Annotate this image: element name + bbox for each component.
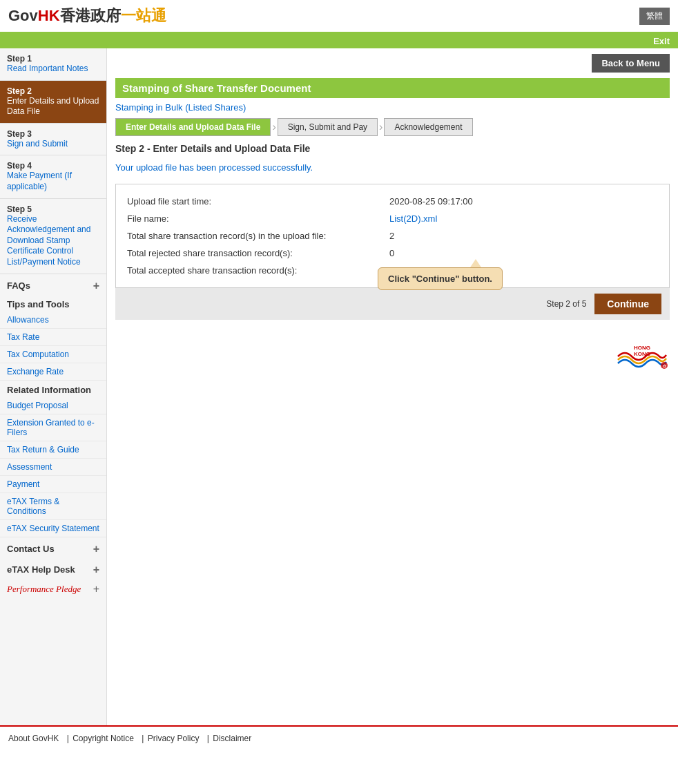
main-content: Back to Menu Stamping of Share Transfer … — [107, 48, 678, 381]
sidebar-step2[interactable]: Step 2 Enter Details and Upload Data Fil… — [0, 81, 106, 124]
perf-pledge-label: Performance Pledge — [7, 584, 81, 595]
contact-expand-icon: + — [93, 543, 99, 555]
footer-privacy[interactable]: Privacy Policy — [148, 734, 200, 743]
upload-start-value: 2020-08-25 09:17:00 — [389, 196, 473, 207]
sidebar-link-exchange-rate[interactable]: Exchange Rate — [0, 363, 106, 381]
perf-pledge-section[interactable]: Performance Pledge + — [0, 579, 106, 600]
rejected-row: Total rejected share transaction record(… — [127, 245, 658, 262]
bc-tab-acknowledgement-label: Acknowledgement — [394, 122, 462, 132]
sidebar-step4[interactable]: Step 4 Make Payment (If applicable) — [0, 155, 106, 198]
svg-text:KONG: KONG — [634, 351, 650, 357]
related-info-section: Related Information — [0, 381, 106, 397]
rejected-value: 0 — [389, 248, 394, 258]
sidebar-link-assessment[interactable]: Assessment — [0, 459, 106, 476]
total-records-label: Total share transaction record(s) in the… — [127, 231, 389, 241]
sidebar-step3[interactable]: Step 3 Sign and Submit — [0, 124, 106, 156]
bc-tab-acknowledgement: Acknowledgement — [384, 118, 472, 136]
contact-us-section[interactable]: Contact Us + — [0, 537, 106, 558]
tips-tools-label: Tips and Tools — [7, 299, 70, 309]
step1-label: Step 1 — [7, 54, 99, 64]
sidebar-step5[interactable]: Step 5 Receive Acknowledgement and Downl… — [0, 199, 106, 274]
sidebar-link-tax-rate[interactable]: Tax Rate — [0, 329, 106, 346]
rejected-label: Total rejected share transaction record(… — [127, 248, 389, 258]
step3-desc: Sign and Submit — [7, 139, 99, 150]
step2-label: Step 2 — [7, 86, 99, 96]
file-name-link[interactable]: List(2D).xml — [389, 213, 437, 224]
accepted-label: Total accepted share transaction record(… — [127, 265, 389, 276]
footer-copyright[interactable]: Copyright Notice — [72, 734, 134, 743]
bc-tab-enter-details: Enter Details and Upload Data File — [115, 118, 271, 136]
step5-desc: Receive Acknowledgement and Download Sta… — [7, 214, 99, 268]
sidebar-link-tax-return[interactable]: Tax Return & Guide — [0, 441, 106, 459]
logo-yzt: 一站通 — [121, 7, 166, 24]
top-bar: GovHK香港政府一站通 繁體 — [0, 0, 678, 34]
perf-expand-icon: + — [93, 583, 99, 595]
sidebar: Step 1 Read Important Notes Step 2 Enter… — [0, 48, 107, 725]
faqs-expand-icon: + — [93, 280, 99, 292]
step4-label: Step 4 — [7, 161, 99, 171]
sidebar-link-etax-terms[interactable]: eTAX Terms & Conditions — [0, 493, 106, 520]
sub-title-link[interactable]: (Listed Shares) — [185, 102, 246, 113]
layout: Step 1 Read Important Notes Step 2 Enter… — [0, 48, 678, 725]
related-info-label: Related Information — [7, 385, 91, 395]
success-msg-plain: Your upload file — [115, 162, 177, 173]
upload-start-row: Upload file start time: 2020-08-25 09:17… — [127, 193, 658, 210]
bc-tab-sign-submit-label: Sign, Submit and Pay — [288, 122, 367, 132]
sidebar-link-allowances[interactable]: Allowances — [0, 312, 106, 329]
file-name-row: File name: List(2D).xml — [127, 210, 658, 227]
exit-bar: Exit — [0, 34, 678, 48]
back-to-menu-button[interactable]: Back to Menu — [592, 54, 670, 73]
footer-about[interactable]: About GovHK — [8, 734, 59, 743]
success-message: Your upload file has been processed succ… — [115, 162, 670, 173]
sidebar-link-etax-security[interactable]: eTAX Security Statement — [0, 520, 106, 537]
etax-help-expand-icon: + — [93, 564, 99, 576]
logo-gov: Gov — [8, 7, 38, 24]
success-msg-link: has been processed successfully. — [180, 162, 313, 173]
tooltip-text: Click "Continue" button. — [388, 274, 492, 284]
sidebar-link-tax-computation[interactable]: Tax Computation — [0, 346, 106, 363]
step-indicator: Step 2 of 5 — [546, 299, 586, 309]
sub-title-plain: Stamping in Bulk — [115, 102, 183, 113]
main-header: Back to Menu — [107, 48, 678, 78]
upload-start-label: Upload file start time: — [127, 196, 389, 207]
faqs-section[interactable]: FAQs + — [0, 274, 106, 295]
page-title: Stamping of Share Transfer Document — [122, 82, 311, 94]
step3-label: Step 3 — [7, 129, 99, 139]
bc-tab-enter-details-label: Enter Details and Upload Data File — [126, 122, 260, 132]
bc-chevron-1: › — [272, 121, 275, 133]
step1-desc: Read Important Notes — [7, 64, 99, 75]
logo-hk: HK — [38, 7, 60, 24]
step2-desc: Enter Details and Upload Data File — [7, 96, 99, 117]
total-records-row: Total share transaction record(s) in the… — [127, 227, 658, 245]
breadcrumb-tabs: Enter Details and Upload Data File › Sig… — [115, 118, 670, 136]
bc-tab-sign-submit: Sign, Submit and Pay — [278, 118, 378, 136]
footer-links: About GovHK | Copyright Notice | Privacy… — [8, 734, 255, 743]
faqs-label: FAQs — [7, 280, 30, 291]
step-heading: Step 2 - Enter Details and Upload Data F… — [115, 143, 670, 154]
sidebar-link-extension[interactable]: Extension Granted to e-Filers — [0, 414, 106, 441]
step5-label: Step 5 — [7, 204, 99, 214]
footer-disclaimer[interactable]: Disclaimer — [213, 734, 251, 743]
file-name-label: File name: — [127, 213, 389, 224]
continue-button[interactable]: Continue — [594, 294, 661, 314]
tips-tools-section: Tips and Tools — [0, 295, 106, 312]
total-records-value: 2 — [389, 231, 394, 241]
exit-button[interactable]: Exit — [653, 36, 670, 46]
hk-logo-svg: HONG KONG ✿ — [614, 339, 670, 374]
svg-text:HONG: HONG — [634, 345, 650, 351]
contact-us-label: Contact Us — [7, 544, 55, 554]
hk-logo-area: HONG KONG ✿ — [107, 334, 678, 381]
bc-chevron-2: › — [379, 121, 382, 133]
logo-zh: 香港政府 — [60, 7, 121, 24]
lang-button[interactable]: 繁體 — [639, 8, 670, 25]
footer-bar: About GovHK | Copyright Notice | Privacy… — [0, 725, 678, 750]
etax-help-section[interactable]: eTAX Help Desk + — [0, 558, 106, 579]
sub-title: Stamping in Bulk (Listed Shares) — [115, 102, 670, 113]
sidebar-link-budget[interactable]: Budget Proposal — [0, 397, 106, 414]
sidebar-step1[interactable]: Step 1 Read Important Notes — [0, 48, 106, 81]
sidebar-link-payment[interactable]: Payment — [0, 476, 106, 493]
tooltip-wrapper: Click "Continue" button. — [378, 267, 503, 290]
logo: GovHK香港政府一站通 — [8, 6, 166, 26]
bottom-action-bar: Click "Continue" button. Step 2 of 5 Con… — [115, 288, 670, 320]
step4-desc: Make Payment (If applicable) — [7, 171, 99, 192]
